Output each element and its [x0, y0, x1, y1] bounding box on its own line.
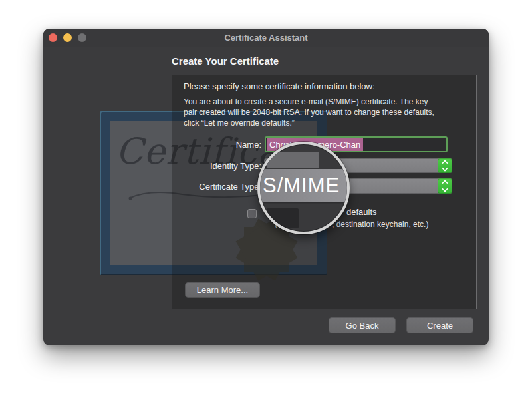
description-line: pair created will be 2048-bit RSA. If yo…: [184, 107, 434, 118]
lens-magnified-dropdown: S/MIME (: [257, 169, 350, 202]
window-title: Certificate Assistant: [43, 29, 489, 47]
page-background: Certificate Assistant Create Your Certif…: [0, 0, 532, 402]
learn-more-button[interactable]: Learn More...: [185, 282, 260, 298]
chevron-up-icon: [442, 180, 448, 186]
page-title: Create Your Certificate: [172, 55, 279, 67]
create-button[interactable]: Create: [406, 317, 473, 333]
override-note: , destination keychain, etc.): [332, 220, 428, 229]
window-titlebar[interactable]: Certificate Assistant: [43, 29, 489, 47]
override-defaults-label: defaults: [346, 207, 377, 217]
lens-top-fragment: [267, 152, 319, 168]
certificate-type-stepper[interactable]: [438, 178, 452, 194]
panel-description: You are about to create a secure e-mail …: [184, 97, 434, 128]
identity-type-label: Identity Type:: [172, 161, 261, 171]
panel-intro-text: Please specify some certificate informat…: [184, 81, 375, 91]
description-line: You are about to create a secure e-mail …: [184, 97, 434, 107]
chevron-down-icon: [442, 186, 448, 192]
certificate-assistant-window: Certificate Assistant Create Your Certif…: [43, 29, 489, 345]
go-back-button[interactable]: Go Back: [329, 317, 396, 333]
magnifier-loupe: S/MIME (: [257, 142, 350, 234]
certificate-type-label: Certificate Type:: [172, 182, 261, 192]
description-line: click “Let me override defaults.”: [184, 118, 434, 128]
override-defaults-checkbox[interactable]: [247, 209, 257, 218]
identity-type-stepper[interactable]: [438, 158, 452, 173]
name-label: Name:: [172, 140, 261, 150]
lens-magnified-text: S/MIME (: [263, 169, 350, 202]
chevron-down-icon: [442, 165, 448, 171]
